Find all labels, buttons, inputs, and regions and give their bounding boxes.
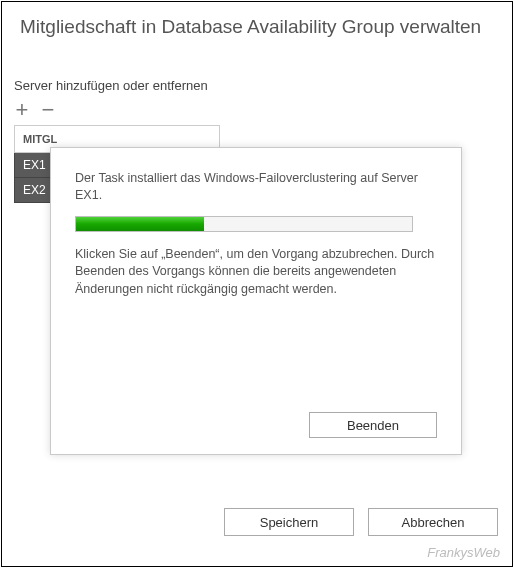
progress-message: Der Task installiert das Windows-Failove… [75, 170, 437, 204]
progress-fill [76, 217, 204, 231]
section-label: Server hinzufügen oder entfernen [2, 38, 512, 97]
progress-bar [75, 216, 413, 232]
watermark: FrankysWeb [427, 545, 500, 560]
stop-button[interactable]: Beenden [309, 412, 437, 438]
dialog-window: Mitgliedschaft in Database Availability … [1, 1, 513, 567]
cancel-button[interactable]: Abbrechen [368, 508, 498, 536]
add-icon[interactable]: + [12, 99, 32, 121]
remove-icon[interactable]: − [38, 99, 58, 121]
progress-dialog: Der Task installiert das Windows-Failove… [50, 147, 462, 455]
modal-button-row: Beenden [75, 412, 437, 438]
toolbar: + − [2, 97, 512, 125]
progress-hint: Klicken Sie auf „Beenden“, um den Vorgan… [75, 246, 437, 299]
page-title: Mitgliedschaft in Database Availability … [2, 2, 512, 38]
save-button[interactable]: Speichern [224, 508, 354, 536]
footer-buttons: Speichern Abbrechen [224, 508, 498, 536]
